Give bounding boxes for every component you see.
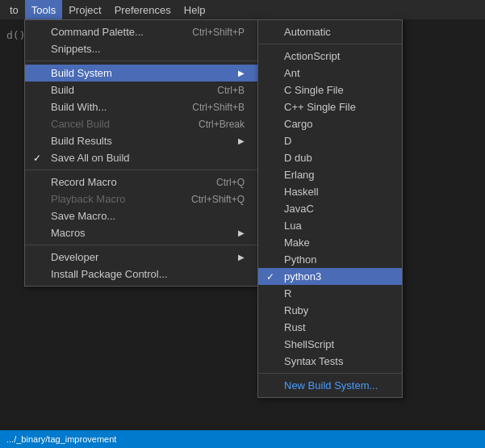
submenu-item-new-build-system[interactable]: New Build System...	[258, 377, 402, 394]
submenu-item-label: Make	[284, 237, 310, 249]
submenu-item-label: R	[284, 287, 291, 299]
shortcut: Ctrl+Break	[174, 119, 245, 130]
submenu-item-automatic[interactable]: Automatic	[258, 23, 402, 40]
shortcut: Ctrl+Shift+P	[168, 27, 245, 38]
submenu-item-python[interactable]: Python	[258, 251, 402, 268]
menu-item-build[interactable]: Build Ctrl+B	[25, 82, 257, 98]
check-icon: ✓	[266, 271, 274, 283]
menubar-item-preferences[interactable]: Preferences	[108, 0, 178, 19]
menubar-item-to[interactable]: to	[3, 0, 25, 19]
menu-item-build-results[interactable]: Build Results ▶	[25, 132, 257, 149]
submenu-item-label: Rust	[284, 321, 306, 333]
status-bar: .../_binary/tag_improvement	[0, 430, 485, 448]
submenu-item-haskell[interactable]: Haskell	[258, 183, 402, 200]
submenu-item-label: D dub	[284, 152, 312, 164]
submenu-item-label: Python	[284, 253, 316, 266]
separator	[25, 245, 257, 245]
separator	[25, 61, 257, 61]
menu-item-command-palette[interactable]: Command Palette... Ctrl+Shift+P	[25, 23, 257, 40]
menu-item-label: Record Macro	[51, 176, 117, 188]
submenu-item-label: ShellScript	[284, 338, 334, 350]
submenu-item-label: Ant	[284, 67, 300, 79]
menu-item-install-package-control[interactable]: Install Package Control...	[25, 266, 257, 283]
menubar-item-tools[interactable]: Tools	[25, 0, 62, 19]
submenu-item-cargo[interactable]: Cargo	[258, 115, 402, 132]
submenu-item-label: Erlang	[284, 169, 315, 181]
shortcut: Ctrl+B	[193, 85, 245, 96]
menu-item-snippets[interactable]: Snippets...	[25, 40, 257, 57]
menu-item-label: Developer	[51, 251, 98, 263]
submenu-item-lua[interactable]: Lua	[258, 217, 402, 234]
submenu-item-label: C Single File	[284, 84, 344, 96]
submenu-item-cpp-single-file[interactable]: C++ Single File	[258, 98, 402, 115]
menu-item-label: Build System	[51, 67, 112, 79]
arrow-icon: ▶	[214, 228, 245, 237]
arrow-icon: ▶	[214, 253, 245, 262]
menu-bar: to Tools Project Preferences Help	[0, 0, 485, 19]
arrow-icon: ▶	[214, 136, 245, 145]
menu-item-save-all-on-build[interactable]: ✓ Save All on Build	[25, 149, 257, 166]
submenu-item-make[interactable]: Make	[258, 234, 402, 251]
editor-code: d()	[6, 29, 25, 41]
submenu-item-label: D	[284, 135, 291, 147]
submenu-item-label: C++ Single File	[284, 101, 356, 113]
submenu-item-d-dub[interactable]: D dub	[258, 149, 402, 166]
submenu-item-r[interactable]: R	[258, 285, 402, 302]
separator	[258, 373, 402, 374]
submenu-item-ruby[interactable]: Ruby	[258, 302, 402, 319]
menu-item-label: Command Palette...	[51, 26, 144, 38]
submenu-item-shellscript[interactable]: ShellScript	[258, 336, 402, 353]
menu-item-label: Build	[51, 84, 74, 96]
menu-item-label: Build With...	[51, 101, 107, 113]
submenu-item-label: Cargo	[284, 118, 312, 130]
menu-item-save-macro[interactable]: Save Macro...	[25, 207, 257, 224]
menu-item-playback-macro: Playback Macro Ctrl+Shift+Q	[25, 191, 257, 207]
menubar-item-help[interactable]: Help	[178, 0, 212, 19]
check-icon: ✓	[33, 153, 41, 164]
submenu-item-label: Haskell	[284, 186, 319, 198]
submenu-item-label: Syntax Tests	[284, 355, 343, 367]
menu-item-label: Cancel Build	[51, 118, 110, 130]
menu-item-label: Build Results	[51, 135, 112, 147]
separator	[25, 170, 257, 170]
submenu-item-syntax-tests[interactable]: Syntax Tests	[258, 353, 402, 370]
submenu-item-d[interactable]: D	[258, 132, 402, 149]
submenu-item-label: python3	[284, 270, 321, 283]
arrow-icon: ▶	[214, 69, 245, 77]
shortcut: Ctrl+Q	[192, 177, 245, 188]
submenu-item-label: New Build System...	[284, 379, 378, 391]
submenu-item-ant[interactable]: Ant	[258, 65, 402, 82]
submenu-item-javac[interactable]: JavaC	[258, 200, 402, 217]
menu-item-label: Playback Macro	[51, 193, 125, 205]
submenu-item-label: Ruby	[284, 304, 308, 316]
submenu-item-actionscript[interactable]: ActionScript	[258, 48, 402, 65]
menu-item-label: Snippets...	[51, 43, 100, 55]
submenu-item-rust[interactable]: Rust	[258, 319, 402, 336]
shortcut: Ctrl+Shift+B	[168, 102, 245, 113]
submenu-item-label: Lua	[284, 220, 302, 232]
tools-dropdown: Command Palette... Ctrl+Shift+P Snippets…	[24, 19, 258, 287]
menu-item-label: Install Package Control...	[51, 268, 168, 280]
menu-item-build-with[interactable]: Build With... Ctrl+Shift+B	[25, 98, 257, 115]
buildsystem-submenu: Automatic ActionScript Ant C Single File…	[257, 19, 403, 398]
menu-item-label: Macros	[51, 227, 86, 239]
submenu-item-label: Automatic	[284, 26, 331, 38]
menu-item-label: Save All on Build	[51, 152, 130, 164]
shortcut: Ctrl+Shift+Q	[167, 194, 245, 205]
submenu-item-label: ActionScript	[284, 50, 340, 62]
menu-item-cancel-build: Cancel Build Ctrl+Break	[25, 115, 257, 132]
status-text: .../_binary/tag_improvement	[6, 434, 116, 444]
submenu-item-erlang[interactable]: Erlang	[258, 166, 402, 183]
separator	[258, 44, 402, 44]
menu-item-developer[interactable]: Developer ▶	[25, 249, 257, 266]
submenu-item-python3[interactable]: ✓ python3	[258, 268, 402, 285]
menu-item-record-macro[interactable]: Record Macro Ctrl+Q	[25, 174, 257, 191]
submenu-item-c-single-file[interactable]: C Single File	[258, 82, 402, 98]
menu-item-build-system[interactable]: Build System ▶	[25, 65, 257, 82]
menu-item-label: Save Macro...	[51, 210, 115, 222]
submenu-item-label: JavaC	[284, 203, 314, 215]
menu-item-macros[interactable]: Macros ▶	[25, 224, 257, 241]
menubar-item-project[interactable]: Project	[62, 0, 107, 19]
